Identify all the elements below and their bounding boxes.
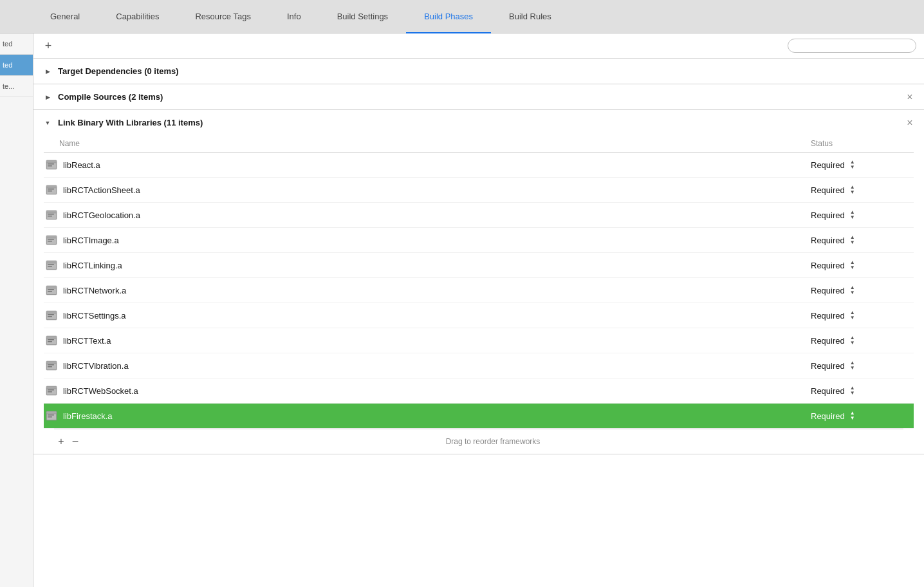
library-icon <box>44 232 59 248</box>
stepper[interactable]: ▲ ▼ <box>850 185 855 195</box>
row-status: Required ▲ ▼ <box>811 235 914 245</box>
stepper-down-icon[interactable]: ▼ <box>850 190 855 195</box>
section-header-link-binary[interactable]: Link Binary With Libraries (11 items) × <box>33 110 924 135</box>
stepper-down-icon[interactable]: ▼ <box>850 240 855 245</box>
svg-rect-12 <box>46 210 57 213</box>
svg-rect-48 <box>48 389 54 391</box>
svg-rect-38 <box>48 339 54 340</box>
close-link-binary-button[interactable]: × <box>905 118 915 128</box>
row-name: libFirestack.a <box>63 411 811 421</box>
col-status-header: Status <box>811 139 914 148</box>
stepper-down-icon[interactable]: ▼ <box>850 340 855 346</box>
svg-rect-49 <box>48 391 52 393</box>
svg-rect-9 <box>48 191 52 192</box>
stepper-down-icon[interactable]: ▼ <box>850 366 855 371</box>
main-content: ted ted te... + ⊙ <box>0 33 924 587</box>
stepper[interactable]: ▲ ▼ <box>850 160 855 170</box>
stepper-down-icon[interactable]: ▼ <box>850 290 855 295</box>
toolbar: + ⊙ <box>33 33 924 59</box>
svg-rect-4 <box>48 165 52 167</box>
stepper-down-icon[interactable]: ▼ <box>850 416 855 421</box>
table-row[interactable]: libRCTSettings.aRequired ▲ ▼ <box>44 303 914 328</box>
stepper[interactable]: ▲ ▼ <box>850 260 855 270</box>
table-row[interactable]: libRCTImage.aRequired ▲ ▼ <box>44 228 914 253</box>
section-link-binary: Link Binary With Libraries (11 items) × … <box>33 110 924 454</box>
add-library-button[interactable]: + <box>54 434 68 449</box>
row-name: libRCTVibration.a <box>63 361 811 371</box>
sidebar-item-1[interactable]: ted <box>0 55 33 76</box>
stepper[interactable]: ▲ ▼ <box>850 335 855 346</box>
row-name: libRCTWebSocket.a <box>63 386 811 396</box>
stepper[interactable]: ▲ ▼ <box>850 285 855 295</box>
stepper[interactable]: ▲ ▼ <box>850 210 855 220</box>
library-icon <box>44 408 59 424</box>
table-row[interactable]: libRCTGeolocation.aRequired ▲ ▼ <box>44 203 914 228</box>
table-row[interactable]: libRCTText.aRequired ▲ ▼ <box>44 328 914 353</box>
svg-rect-3 <box>48 163 54 165</box>
section-header-target-dependencies[interactable]: Target Dependencies (0 items) <box>33 59 924 84</box>
section-target-dependencies: Target Dependencies (0 items) <box>33 59 924 84</box>
stepper[interactable]: ▲ ▼ <box>850 411 855 421</box>
table-row[interactable]: libRCTActionSheet.aRequired ▲ ▼ <box>44 178 914 203</box>
row-status: Required ▲ ▼ <box>811 260 914 270</box>
svg-rect-33 <box>48 314 54 315</box>
stepper[interactable]: ▲ ▼ <box>850 310 855 321</box>
sidebar-item-0[interactable]: ted <box>0 33 33 55</box>
tab-capabilities[interactable]: Capabilities <box>98 1 177 33</box>
stepper-down-icon[interactable]: ▼ <box>850 315 855 321</box>
table-row[interactable]: libRCTLinking.aRequired ▲ ▼ <box>44 253 914 278</box>
svg-rect-42 <box>46 361 57 364</box>
chevron-down-icon <box>44 119 51 127</box>
col-name-header: Name <box>44 139 811 148</box>
stepper[interactable]: ▲ ▼ <box>850 386 855 396</box>
table-header: Name Status <box>44 135 914 153</box>
stepper-down-icon[interactable]: ▼ <box>850 215 855 220</box>
stepper[interactable]: ▲ ▼ <box>850 360 855 371</box>
stepper-down-icon[interactable]: ▼ <box>850 265 855 270</box>
row-name: libRCTNetwork.a <box>63 286 811 295</box>
chevron-right-icon-compile <box>44 93 51 101</box>
table-row[interactable]: libReact.aRequired ▲ ▼ <box>44 153 914 178</box>
sidebar-item-2[interactable]: te... <box>0 76 33 97</box>
tab-build-rules[interactable]: Build Rules <box>491 1 569 33</box>
tab-build-settings[interactable]: Build Settings <box>319 1 407 33</box>
library-icon <box>44 308 59 323</box>
section-title-compile-sources: Compile Sources (2 items) <box>58 92 163 102</box>
library-icon <box>44 157 59 172</box>
add-phase-button[interactable]: + <box>41 39 55 53</box>
section-compile-sources: Compile Sources (2 items) × <box>33 84 924 110</box>
row-status: Required ▲ ▼ <box>811 210 914 220</box>
stepper-down-icon[interactable]: ▼ <box>850 391 855 396</box>
tab-bar: General Capabilities Resource Tags Info … <box>0 0 924 33</box>
tab-info[interactable]: Info <box>269 1 319 33</box>
tab-resource-tags[interactable]: Resource Tags <box>177 1 268 33</box>
table-row[interactable]: libRCTVibration.aRequired ▲ ▼ <box>44 353 914 378</box>
svg-rect-52 <box>46 411 57 414</box>
svg-rect-7 <box>46 185 57 188</box>
section-title-link-binary: Link Binary With Libraries (11 items) <box>58 118 203 127</box>
stepper-down-icon[interactable]: ▼ <box>850 165 855 170</box>
svg-rect-13 <box>48 214 54 215</box>
remove-library-button[interactable]: − <box>68 434 82 449</box>
tab-general[interactable]: General <box>32 1 98 33</box>
section-header-compile-sources[interactable]: Compile Sources (2 items) × <box>33 84 924 109</box>
close-compile-sources-button[interactable]: × <box>905 92 915 102</box>
row-name: libRCTActionSheet.a <box>63 185 811 195</box>
chevron-right-icon <box>44 68 51 75</box>
svg-rect-17 <box>46 236 57 238</box>
stepper[interactable]: ▲ ▼ <box>850 235 855 245</box>
svg-rect-8 <box>48 189 54 190</box>
tab-build-phases[interactable]: Build Phases <box>406 1 491 33</box>
svg-rect-37 <box>46 336 57 339</box>
table-row[interactable]: libRCTNetwork.aRequired ▲ ▼ <box>44 278 914 303</box>
table-row[interactable]: libRCTWebSocket.aRequired ▲ ▼ <box>44 378 914 404</box>
library-icon <box>44 383 59 398</box>
table-row[interactable]: libFirestack.aRequired ▲ ▼ <box>44 404 914 429</box>
row-status: Required ▲ ▼ <box>811 360 914 371</box>
search-input[interactable] <box>788 39 916 53</box>
svg-rect-39 <box>48 341 52 342</box>
svg-rect-19 <box>48 241 52 242</box>
toolbar-left: + <box>41 39 55 53</box>
library-table: Name Status libReact.aRequired ▲ ▼ libRC… <box>33 135 924 454</box>
svg-rect-34 <box>48 316 52 317</box>
